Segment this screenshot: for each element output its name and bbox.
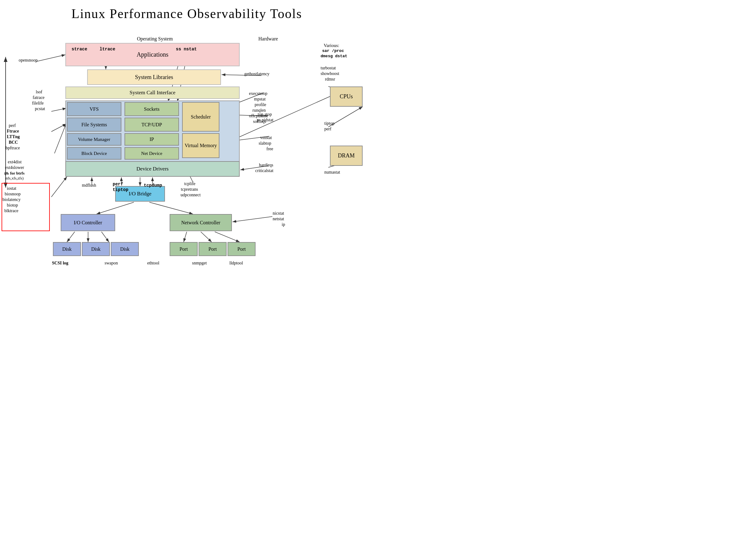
- tcpretrans-label: tcpretrans: [181, 187, 198, 192]
- hardirqs-label: hardirqs: [259, 163, 273, 168]
- svg-line-12: [51, 177, 67, 197]
- devdrivers-box: Device Drivers: [66, 161, 240, 177]
- netcontroller-box: Network Controller: [170, 214, 232, 231]
- ext4slower-label: ext4slower: [5, 165, 24, 170]
- fatrace-label: fatrace: [33, 95, 45, 100]
- disk-box-3: Disk: [111, 242, 139, 256]
- applications-label: Applications: [137, 51, 169, 58]
- sockets-label: Sockets: [144, 106, 160, 112]
- dmesg-dstat-label: dmesg dstat: [320, 54, 347, 58]
- vmstat-label: vmstat: [260, 135, 272, 140]
- criticalstat-label: criticalstat: [255, 168, 273, 173]
- filesystems-label: File Systems: [81, 122, 107, 128]
- iostat-label: iostat: [7, 186, 16, 191]
- dram-label: DRAM: [338, 153, 355, 159]
- sockets-box: Sockets: [125, 102, 179, 116]
- virtmem-box: Virtual Memory: [182, 133, 220, 158]
- biolatency-label: biolatency: [2, 197, 21, 202]
- udpconnect-label: udpconnect: [181, 193, 201, 197]
- port-box-1: Port: [170, 242, 198, 256]
- various-label: Various:: [324, 43, 339, 48]
- turbostat-label: turbostat: [320, 65, 336, 71]
- btrfs-note-label: (& for btrfs: [4, 171, 25, 176]
- page-title: Linux Performance Observability Tools: [0, 0, 374, 24]
- iobridge-label: I/O Bridge: [129, 191, 151, 197]
- bpftrace-label: bpftrace: [6, 145, 20, 151]
- ip-tool-label: ip: [282, 222, 285, 227]
- port-box-2: Port: [199, 242, 227, 256]
- svg-line-30: [184, 232, 187, 242]
- ltrace-label: ltrace: [100, 47, 115, 52]
- slabtop-label: slabtop: [259, 141, 271, 146]
- disk-label-1: Disk: [62, 246, 72, 252]
- showboost-label: showboost: [320, 71, 339, 76]
- lttng-label: LTTng: [7, 134, 20, 139]
- disk-label-2: Disk: [91, 246, 101, 252]
- execsnoop-label: execsnoop: [249, 91, 267, 96]
- biotop-label: biotop: [7, 203, 18, 208]
- port-label-3: Port: [237, 246, 246, 252]
- mdflush-label: mdflush: [82, 183, 96, 188]
- mpstat-label: mpstat: [254, 97, 265, 102]
- os-section-label: Operating System: [137, 36, 173, 42]
- lsof-label: lsof: [36, 89, 42, 95]
- syslibs-label: System Libraries: [135, 74, 173, 81]
- tiptop-perf-label: tiptop perf: [324, 121, 335, 132]
- syscall-label: System Call Interface: [129, 89, 175, 96]
- top-atop-label: top atop: [258, 112, 272, 117]
- free-label: free: [266, 146, 273, 152]
- svg-line-11: [54, 123, 66, 153]
- scsilog-label: SCSI log: [52, 261, 69, 266]
- perf-label: perf: [9, 123, 16, 128]
- vfs-label: VFS: [89, 106, 99, 112]
- tcpdump-label: tcpdump: [144, 183, 162, 188]
- profile-label: profile: [255, 102, 266, 107]
- applications-box: Applications: [66, 43, 240, 66]
- virtmem-label: Virtual Memory: [185, 143, 216, 149]
- ethtool-label: ethtool: [147, 261, 159, 266]
- ps-pidstat-label: ps pidstat: [257, 117, 273, 123]
- filelife-label: filelife: [32, 101, 44, 106]
- syslibs-box: System Libraries: [87, 70, 221, 85]
- disk-label-3: Disk: [120, 246, 129, 252]
- strace-label: strace: [72, 47, 87, 52]
- biosnoop-label: biosnoop: [5, 192, 21, 196]
- svg-line-32: [215, 232, 240, 242]
- tcpudp-box: TCP/UDP: [125, 117, 179, 132]
- swapon-label: swapon: [105, 261, 118, 266]
- ip-label: IP: [149, 137, 154, 142]
- nicstat-label: nicstat: [273, 211, 284, 216]
- ip-box: IP: [125, 133, 179, 145]
- volmanager-box: Volume Manager: [67, 133, 121, 145]
- svg-line-8: [51, 108, 66, 111]
- pcstat-label: pcstat: [35, 106, 45, 111]
- numastat-label: numastat: [324, 170, 340, 175]
- volmanager-label: Volume Manager: [78, 137, 110, 142]
- port-label-2: Port: [209, 246, 217, 252]
- cpus-box: CPUs: [330, 86, 363, 107]
- scheduler-label: Scheduler: [191, 114, 211, 120]
- svg-line-29: [101, 232, 109, 242]
- netdev-box: Net Device: [125, 147, 179, 160]
- scheduler-box: Scheduler: [182, 102, 220, 132]
- netcontroller-label: Network Controller: [181, 220, 221, 225]
- main-diagram: Operating System Hardware Applications S…: [0, 24, 374, 286]
- ss-nstat-label: ss nstat: [176, 47, 197, 52]
- svg-line-10: [51, 124, 66, 132]
- iocontroller-label: I/O Controller: [74, 220, 102, 225]
- gethostlatency-label: gethostlatency: [244, 72, 269, 77]
- opensnoop-label: opensnoop: [19, 58, 38, 63]
- rdmsr-label: rdmsr: [325, 77, 335, 82]
- blkdev-box: Block Device: [67, 147, 121, 160]
- bcc-label: BCC: [9, 140, 18, 145]
- svg-line-25: [97, 202, 134, 214]
- netdev-label: Net Device: [141, 151, 162, 156]
- tcplife-label: tcplife: [184, 181, 196, 186]
- disk-box-2: Disk: [82, 242, 110, 256]
- svg-line-31: [201, 232, 212, 242]
- vfs-box: VFS: [67, 102, 121, 116]
- syscall-box: System Call Interface: [66, 86, 240, 99]
- nfs-zfs-label: nfs,xfs,zfs): [6, 176, 24, 181]
- cpus-label: CPUs: [340, 93, 353, 100]
- perf-tiptop-label: perf tiptop: [113, 181, 128, 193]
